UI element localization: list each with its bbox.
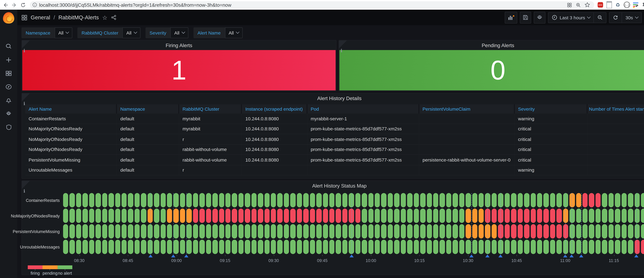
status-cell-no-alert	[518, 193, 523, 208]
legend-swatch-pending	[43, 266, 58, 269]
status-cell-no-alert	[226, 240, 231, 254]
status-cell-no-alert	[219, 224, 224, 238]
grafana-logo[interactable]	[3, 12, 14, 24]
panel-info-corner-icon[interactable]: i	[22, 94, 30, 102]
status-cell-no-alert	[148, 240, 153, 254]
status-cell-no-alert	[608, 193, 614, 208]
status-cell-pending	[167, 208, 172, 223]
column-header[interactable]: Severity	[515, 104, 588, 114]
zoom-out-button[interactable]	[594, 12, 606, 22]
table-cell	[419, 144, 514, 154]
status-cell-no-alert	[174, 193, 179, 208]
tab-groups-icon[interactable]	[567, 2, 572, 7]
annotation-marker[interactable]	[184, 254, 188, 258]
page-title[interactable]: RabbitMQ-Alerts	[58, 14, 99, 20]
annotation-marker[interactable]	[570, 254, 574, 258]
status-cell-no-alert	[440, 193, 445, 208]
window-extension-icon[interactable]	[606, 2, 612, 8]
server-admin-shield-icon[interactable]	[6, 124, 12, 130]
chevron-down-icon	[236, 30, 240, 34]
search-icon[interactable]	[6, 43, 12, 50]
status-cell-no-alert	[446, 208, 452, 223]
status-cell-no-alert	[433, 208, 438, 223]
site-info-icon[interactable]	[32, 2, 37, 7]
panel-info-corner-icon[interactable]: i	[22, 40, 30, 48]
status-cell-no-alert	[329, 193, 334, 208]
status-cell-firing	[297, 208, 302, 223]
dashboard-settings-gear-icon[interactable]	[534, 12, 545, 23]
alerting-bell-icon[interactable]	[6, 97, 12, 104]
status-cell-no-alert	[608, 240, 614, 254]
filter-value-dropdown[interactable]: All	[122, 27, 140, 38]
annotation-marker[interactable]	[634, 254, 639, 258]
annotation-marker[interactable]	[148, 254, 153, 258]
add-panel-icon[interactable]	[504, 12, 517, 23]
panel-info-corner-icon[interactable]: i	[22, 181, 30, 189]
explore-compass-icon[interactable]	[6, 84, 12, 90]
annotation-marker[interactable]	[171, 254, 176, 258]
status-cell-firing	[303, 208, 308, 223]
table-cell: default	[117, 114, 179, 124]
panel-title[interactable]: Pending Alerts	[339, 40, 644, 50]
panel-title[interactable]: Alert History Details	[22, 94, 644, 103]
refresh-button[interactable]	[610, 12, 622, 22]
refresh-interval-button[interactable]: 30s	[622, 12, 641, 22]
status-cell-firing	[355, 208, 360, 223]
status-cell-no-alert	[115, 208, 120, 223]
panel-info-corner-icon[interactable]: i	[339, 40, 347, 48]
column-header[interactable]: RabbitMQ Cluster	[179, 104, 242, 114]
chart-link-icon[interactable]	[633, 2, 638, 8]
annotation-marker[interactable]	[579, 254, 584, 258]
annotation-marker[interactable]	[349, 254, 354, 258]
status-cell-firing	[323, 208, 328, 223]
axis-tickmark	[225, 255, 226, 256]
filter-value-dropdown[interactable]: All	[54, 27, 72, 38]
column-header[interactable]: Alert Name	[25, 104, 117, 114]
annotation-marker[interactable]	[498, 254, 502, 258]
alert-table-body: ContainerRestartsdefaultmyrabbit10.244.0…	[25, 114, 644, 175]
url-text[interactable]: localhost:3000/d/jjCq5SLMk/rabbitmq-aler…	[39, 2, 567, 7]
braces-icon[interactable]: {…}	[624, 2, 630, 8]
lastpass-icon[interactable]: •••	[598, 2, 603, 8]
back-icon[interactable]	[2, 2, 9, 8]
recycle-icon[interactable]: ♻	[615, 2, 621, 8]
status-cell-firing	[556, 224, 562, 238]
status-row	[63, 240, 644, 254]
annotation-marker[interactable]	[486, 254, 490, 258]
table-cell: rabbit-without-volume	[179, 155, 242, 165]
annotation-line	[150, 193, 151, 256]
bookmark-star-icon[interactable]	[584, 2, 590, 8]
zoom-icon[interactable]	[576, 2, 581, 7]
column-header[interactable]: PersistentVolumeClaim	[419, 104, 514, 114]
forward-icon[interactable]	[11, 2, 18, 8]
column-header[interactable]: Pod	[307, 104, 419, 114]
save-dashboard-icon[interactable]	[520, 12, 531, 23]
filter-value-dropdown[interactable]: All	[170, 27, 188, 38]
filter-value-dropdown[interactable]: All	[225, 27, 243, 38]
axis-tick-label: 08:30	[74, 258, 84, 263]
puzzle-extensions-icon[interactable]	[642, 2, 644, 8]
status-cell-no-alert	[200, 193, 205, 208]
column-header[interactable]: Number of Times Alert started	[588, 104, 644, 114]
column-header[interactable]: Namespace	[117, 104, 179, 114]
breadcrumb-folder[interactable]: General	[31, 14, 50, 20]
status-cell-no-alert	[452, 240, 458, 254]
status-cell-no-alert	[375, 193, 380, 208]
status-map-row-label: UnroutableMessages	[25, 240, 63, 254]
reload-icon[interactable]	[20, 2, 26, 8]
dashboards-icon[interactable]	[6, 70, 12, 76]
share-icon[interactable]	[111, 15, 116, 20]
column-header[interactable]: Instance (scraped endpoint)	[242, 104, 307, 114]
configuration-gear-icon[interactable]	[6, 111, 12, 117]
favorite-star-icon[interactable]: ☆	[102, 14, 108, 21]
url-bar[interactable]: localhost:3000/d/jjCq5SLMk/rabbitmq-aler…	[30, 1, 594, 8]
create-plus-icon[interactable]	[6, 57, 12, 63]
panel-title[interactable]: Firing Alerts	[22, 40, 336, 50]
panel-title[interactable]: Alert History Status Map	[22, 181, 644, 190]
status-cell-no-alert	[582, 240, 588, 254]
status-cell-firing	[258, 208, 263, 223]
status-cell-no-alert	[167, 193, 172, 208]
annotation-marker[interactable]	[469, 254, 474, 258]
status-cell-no-alert	[401, 240, 406, 254]
time-range-button[interactable]: Last 3 hours	[548, 12, 594, 22]
